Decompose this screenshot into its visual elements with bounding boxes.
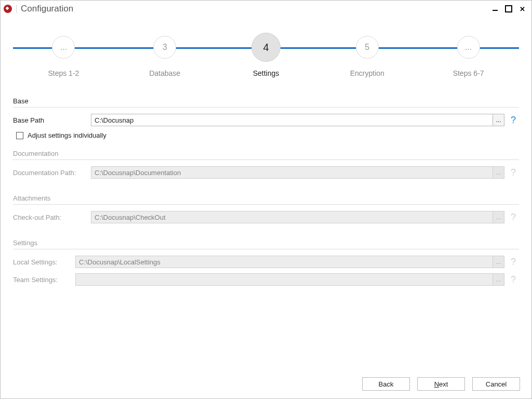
section-title-attachments: Attachments (13, 194, 519, 202)
wizard-footer: Back Next Cancel (1, 369, 531, 398)
documentation-path-input (91, 166, 493, 179)
team-settings-label: Team Settings: (13, 276, 75, 284)
checkout-path-input (91, 211, 493, 223)
maximize-icon[interactable] (502, 3, 515, 15)
window-title: Configuration (21, 4, 73, 14)
team-settings-browse-button: ... (493, 273, 504, 286)
back-button[interactable]: Back (362, 377, 410, 391)
documentation-path-browse-button: ... (493, 166, 504, 179)
step-label-settings: Settings (253, 69, 280, 77)
checkbox-icon (16, 132, 23, 139)
adjust-individually-label: Adjust settings individually (28, 131, 107, 139)
local-settings-label: Local Settings: (13, 258, 75, 266)
help-icon[interactable]: ? (508, 115, 519, 126)
section-title-base: Base (13, 97, 519, 105)
checkout-path-browse-button: ... (493, 211, 504, 223)
titlebar: Configuration (1, 1, 531, 17)
local-settings-input (75, 256, 493, 268)
step-settings[interactable]: 4 (251, 33, 281, 62)
checkout-path-label: Check-out Path: (13, 214, 91, 221)
base-path-input[interactable] (91, 114, 493, 126)
close-icon[interactable] (516, 3, 528, 15)
section-rule (13, 204, 519, 205)
section-title-settings: Settings (13, 239, 519, 247)
adjust-individually-checkbox[interactable]: Adjust settings individually (16, 131, 519, 139)
configuration-window: Configuration ... Steps 1-2 3 Database 4… (0, 0, 532, 399)
next-button[interactable]: Next (417, 377, 465, 391)
cancel-button[interactable]: Cancel (472, 377, 520, 391)
step-database[interactable]: 3 (153, 36, 176, 59)
section-title-documentation: Documentation (13, 150, 519, 157)
step-label-encryption: Encryption (350, 69, 384, 77)
step-label-database: Database (149, 69, 180, 77)
section-rule (13, 107, 519, 108)
minimize-icon[interactable] (489, 3, 501, 15)
documentation-path-label: Documentation Path: (13, 169, 91, 177)
base-path-browse-button[interactable]: ... (493, 114, 504, 126)
step-encryption[interactable]: 5 (356, 36, 379, 59)
step-6-7[interactable]: ... (457, 36, 480, 59)
help-icon: ? (508, 274, 519, 285)
section-rule (13, 159, 519, 160)
step-label-1-2: Steps 1-2 (48, 69, 79, 77)
step-1-2[interactable]: ... (52, 36, 75, 59)
help-icon: ? (508, 167, 519, 178)
local-settings-browse-button: ... (493, 256, 504, 268)
help-icon: ? (508, 212, 519, 223)
wizard-stepper: ... Steps 1-2 3 Database 4 Settings 5 En… (13, 32, 519, 94)
team-settings-input (75, 273, 493, 286)
step-label-6-7: Steps 6-7 (453, 69, 484, 77)
wizard-body: ... Steps 1-2 3 Database 4 Settings 5 En… (1, 17, 531, 369)
base-path-label: Base Path (13, 116, 91, 124)
help-icon: ? (508, 257, 519, 268)
titlebar-divider (16, 5, 17, 13)
app-icon (4, 5, 12, 13)
section-rule (13, 249, 519, 249)
